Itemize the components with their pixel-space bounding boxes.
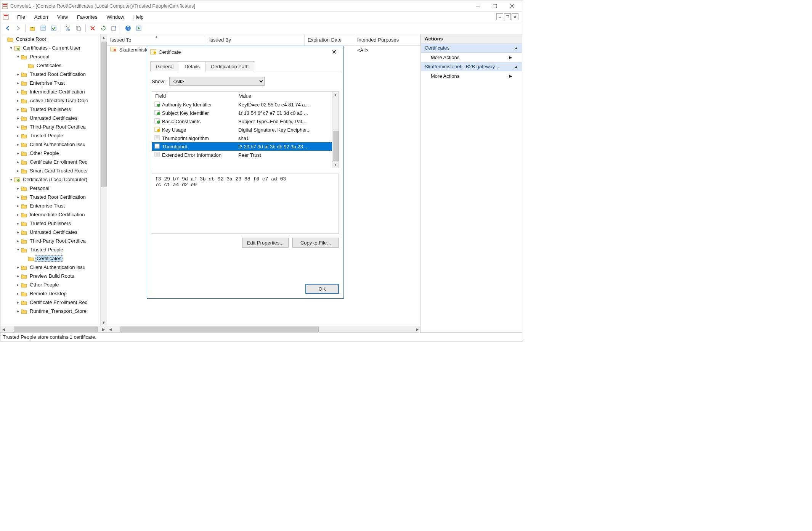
tree-node[interactable]: ▸ Enterprise Trust	[0, 201, 100, 210]
forward-button[interactable]	[13, 23, 23, 33]
expand-icon[interactable]: ▾	[15, 55, 21, 59]
close-button[interactable]	[503, 0, 520, 11]
console-tree[interactable]: Console Root ▾ Certificates - Current Us…	[0, 34, 100, 326]
field-row[interactable]: Basic Constraints Subject Type=End Entit…	[152, 117, 332, 126]
field-row[interactable]: Authority Key Identifier KeyID=cc 02 55 …	[152, 100, 332, 109]
delete-button[interactable]	[88, 23, 98, 33]
field-row[interactable]: Subject Key Identifier 1f 13 54 6f c7 e7…	[152, 109, 332, 117]
expand-icon[interactable]: ▸	[15, 239, 21, 243]
tree-node[interactable]: ▸ Personal	[0, 184, 100, 193]
tree-node[interactable]: ▸ Active Directory User Obje	[0, 96, 100, 105]
show-hide-button[interactable]	[49, 23, 59, 33]
expand-icon[interactable]: ▸	[15, 309, 21, 313]
tree-node[interactable]: ▸ Trusted People	[0, 131, 100, 140]
tree-node[interactable]: ▸ Trusted Root Certification	[0, 70, 100, 79]
expand-icon[interactable]: ▸	[15, 81, 21, 85]
field-row[interactable]: Key Usage Digital Signature, Key Enciphe…	[152, 126, 332, 134]
tree-node[interactable]: ▸ Certificate Enrollment Req	[0, 158, 100, 166]
run-button[interactable]	[134, 23, 144, 33]
expand-icon[interactable]: ▾	[15, 248, 21, 252]
field-header[interactable]: Field	[152, 92, 236, 100]
mdi-close-button[interactable]: ✕	[512, 13, 518, 20]
tree-node[interactable]: ▾ Personal	[0, 52, 100, 61]
col-issued-by[interactable]: Issued By	[206, 34, 305, 45]
expand-icon[interactable]: ▸	[15, 300, 21, 304]
tree-node[interactable]: Certificates	[0, 61, 100, 70]
expand-icon[interactable]: ▸	[15, 230, 21, 234]
tree-node[interactable]: ▸ Third-Party Root Certifica	[0, 122, 100, 131]
tree-node[interactable]: ▸ Third-Party Root Certifica	[0, 237, 100, 245]
tree-node[interactable]: ▾ Certificates - Current User	[0, 43, 100, 52]
field-row[interactable]: Extended Error Information Peer Trust	[152, 151, 332, 159]
field-list[interactable]: Field Value Authority Key Identifier Key…	[152, 91, 339, 168]
expand-icon[interactable]: ▸	[15, 98, 21, 103]
actions-group-certificates[interactable]: Certificates▲	[421, 43, 522, 53]
mdi-restore-button[interactable]: ❐	[504, 13, 511, 20]
list-hscrollbar[interactable]: ◀▶	[107, 326, 420, 332]
tree-node[interactable]: ▸ Certificate Enrollment Req	[0, 298, 100, 307]
show-dropdown[interactable]: <All>	[169, 77, 265, 86]
cut-button[interactable]	[63, 23, 73, 33]
tree-node[interactable]: ▸ Trusted Publishers	[0, 105, 100, 114]
tree-node[interactable]: ▸ Trusted Root Certification	[0, 193, 100, 201]
back-button[interactable]	[3, 23, 13, 33]
menu-view[interactable]: View	[53, 13, 72, 21]
tree-node[interactable]: ▸ Enterprise Trust	[0, 79, 100, 87]
expand-icon[interactable]: ▸	[15, 151, 21, 155]
field-row[interactable]: Thumbprint algorithm sha1	[152, 134, 332, 142]
tree-node[interactable]: Certificates	[0, 254, 100, 263]
properties-button[interactable]	[38, 23, 48, 33]
expand-icon[interactable]: ▾	[8, 177, 14, 182]
tab-certpath[interactable]: Certification Path	[205, 61, 254, 71]
tree-node[interactable]: ▸ Untrusted Certificates	[0, 228, 100, 237]
expand-icon[interactable]: ▸	[15, 125, 21, 129]
expand-icon[interactable]: ▾	[8, 46, 14, 50]
tree-node[interactable]: ▸ Preview Build Roots	[0, 272, 100, 280]
expand-icon[interactable]: ▸	[15, 212, 21, 217]
ok-button[interactable]: OK	[305, 284, 339, 294]
menu-action[interactable]: Action	[30, 13, 53, 21]
field-list-scrollbar[interactable]: ▲ ▼	[332, 92, 339, 168]
menu-window[interactable]: Window	[102, 13, 129, 21]
tab-details[interactable]: Details	[179, 61, 205, 72]
menu-favorites[interactable]: Favorites	[72, 13, 102, 21]
tree-node[interactable]: ▸ Intermediate Certification	[0, 210, 100, 219]
tree-node[interactable]: ▸ Client Authentication Issu	[0, 263, 100, 272]
tree-node[interactable]: ▸ Remote Desktop	[0, 289, 100, 298]
tree-node[interactable]: Console Root	[0, 35, 100, 43]
col-expiration[interactable]: Expiration Date	[305, 34, 354, 45]
tree-node[interactable]: ▸ Trusted Publishers	[0, 219, 100, 228]
tree-node[interactable]: ▸ Smart Card Trusted Roots	[0, 166, 100, 175]
field-row[interactable]: Thumbprint f3 29 b7 9d af 3b db 92 3a 23…	[152, 142, 332, 151]
expand-icon[interactable]: ▸	[15, 221, 21, 225]
tree-node[interactable]: ▾ Trusted People	[0, 245, 100, 254]
value-header[interactable]: Value	[236, 92, 332, 100]
tree-node[interactable]: ▸ Untrusted Certificates	[0, 114, 100, 122]
expand-icon[interactable]: ▸	[15, 204, 21, 208]
expand-icon[interactable]: ▸	[15, 116, 21, 120]
expand-icon[interactable]: ▸	[15, 195, 21, 199]
expand-icon[interactable]: ▸	[15, 90, 21, 94]
expand-icon[interactable]: ▸	[15, 186, 21, 190]
copy-button[interactable]	[74, 23, 83, 33]
expand-icon[interactable]: ▸	[15, 134, 21, 138]
maximize-button[interactable]	[486, 0, 503, 11]
tab-general[interactable]: General	[150, 61, 179, 71]
help-button[interactable]: ?	[123, 23, 133, 33]
field-detail[interactable]: f3 29 b7 9d af 3b db 92 3a 23 88 f6 c7 a…	[152, 174, 339, 234]
expand-icon[interactable]: ▸	[15, 265, 21, 269]
copy-to-file-button[interactable]: Copy to File...	[292, 238, 339, 248]
mdi-minimize-button[interactable]: –	[496, 13, 503, 20]
actions-more-1[interactable]: More Actions▶	[421, 53, 522, 62]
expand-icon[interactable]: ▸	[15, 169, 21, 173]
tree-node[interactable]: ▸ Client Authentication Issu	[0, 140, 100, 149]
expand-icon[interactable]: ▸	[15, 274, 21, 278]
col-issued-to[interactable]: Issued To	[107, 34, 206, 45]
tree-vscrollbar[interactable]: ▲ ▼	[100, 34, 107, 326]
tree-node[interactable]: ▾ Certificates (Local Computer)	[0, 175, 100, 184]
edit-properties-button[interactable]: Edit Properties...	[242, 238, 289, 248]
tree-node[interactable]: ▸ Other People	[0, 280, 100, 289]
expand-icon[interactable]: ▸	[15, 107, 21, 111]
expand-icon[interactable]: ▸	[15, 160, 21, 164]
dialog-close-button[interactable]: ✕	[327, 47, 340, 57]
